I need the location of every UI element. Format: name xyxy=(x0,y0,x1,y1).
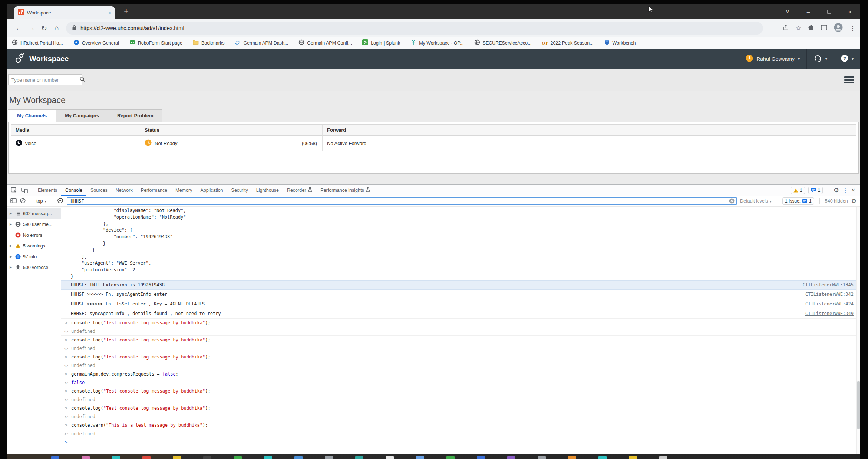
lock-icon[interactable] xyxy=(72,25,77,32)
browser-menu-icon[interactable]: ⋮ xyxy=(849,24,856,32)
taskbar-icon[interactable] xyxy=(568,456,576,459)
reload-icon[interactable]: ↻ xyxy=(38,24,50,33)
taskbar-icon[interactable] xyxy=(234,456,242,459)
devtools-tab-network[interactable]: Network xyxy=(112,185,137,196)
taskbar-icon[interactable] xyxy=(355,456,363,459)
live-expression-icon[interactable] xyxy=(57,198,63,205)
taskbar-icon[interactable] xyxy=(264,456,272,459)
bookmark-item[interactable]: Bookmarks xyxy=(193,39,225,47)
taskbar-icon[interactable] xyxy=(538,456,546,459)
bookmark-item[interactable]: Login | Splunk xyxy=(362,39,400,47)
profile-avatar[interactable] xyxy=(834,23,843,33)
share-icon[interactable] xyxy=(782,24,789,32)
expand-arrow-icon[interactable]: ▶ xyxy=(9,223,13,226)
browser-tab[interactable]: Workspace × xyxy=(14,6,115,19)
bookmark-item[interactable]: My Workspace - OP... xyxy=(410,39,463,47)
devtools-tab-application[interactable]: Application xyxy=(196,185,227,196)
agent-menu[interactable]: ▾ xyxy=(806,49,834,69)
devtools-menu-icon[interactable]: ⋮ xyxy=(842,187,848,193)
devtools-tab-performance-insights[interactable]: Performance insights xyxy=(316,185,374,196)
bookmark-item[interactable]: Overview General xyxy=(73,39,119,47)
side-panel-icon[interactable] xyxy=(821,25,827,32)
tab-report-problem[interactable]: Report Problem xyxy=(108,109,163,122)
context-selector[interactable]: top▾ xyxy=(36,199,46,204)
devtools-tab-console[interactable]: Console xyxy=(61,185,86,196)
sidebar-item-user[interactable]: ▶590 user me... xyxy=(7,219,61,230)
taskbar-icon[interactable] xyxy=(507,456,515,459)
taskbar-icon[interactable] xyxy=(51,456,59,459)
devtools-tab-performance[interactable]: Performance xyxy=(137,185,172,196)
taskbar-icon[interactable] xyxy=(416,456,424,459)
taskbar-icon[interactable] xyxy=(446,456,455,459)
devtools-settings-icon[interactable]: ⚙ xyxy=(834,187,839,193)
source-link[interactable]: CTIListenerWWE:349 xyxy=(805,309,854,318)
bookmark-item[interactable]: Germain APM Dash... xyxy=(235,39,288,47)
maximize-button[interactable] xyxy=(819,4,839,19)
search-input[interactable] xyxy=(9,77,80,83)
console-settings-icon[interactable]: ⚙ xyxy=(851,198,857,204)
back-icon[interactable]: ← xyxy=(13,24,25,32)
tab-my-channels[interactable]: My Channels xyxy=(8,109,56,122)
clear-console-icon[interactable] xyxy=(20,198,26,205)
taskbar-icon[interactable] xyxy=(203,456,211,459)
sidebar-item-bug[interactable]: ▶500 verbose xyxy=(7,262,61,273)
sidebar-item-warning[interactable]: ▶5 warnings xyxy=(7,240,61,251)
user-menu[interactable]: Rahul Goswamy ▾ xyxy=(739,49,806,69)
taskbar-icon[interactable] xyxy=(598,456,607,459)
close-button[interactable]: × xyxy=(839,4,860,19)
console-sidebar-toggle-icon[interactable] xyxy=(10,198,17,205)
taskbar-icon[interactable] xyxy=(477,456,485,459)
taskbar-icon[interactable] xyxy=(294,456,303,459)
tab-my-campaigns[interactable]: My Campaigns xyxy=(56,109,108,122)
taskbar-icon[interactable] xyxy=(112,456,120,459)
console-prompt[interactable]: > xyxy=(61,438,860,447)
taskbar-icon[interactable] xyxy=(325,456,333,459)
bookmark-item[interactable]: Germain APM Confi... xyxy=(298,39,352,47)
taskbar-icon[interactable] xyxy=(82,456,90,459)
tab-close-icon[interactable]: × xyxy=(108,10,111,16)
devtools-tab-recorder[interactable]: Recorder xyxy=(283,185,316,196)
help-menu[interactable]: ? ▾ xyxy=(834,49,860,69)
taskbar-icon[interactable] xyxy=(173,456,181,459)
log-levels-dropdown[interactable]: Default levels▾ xyxy=(740,199,772,204)
bookmark-item[interactable]: QT2022 Peak Season... xyxy=(542,40,594,46)
device-toolbar-icon[interactable] xyxy=(19,187,30,193)
scrollbar-thumb[interactable] xyxy=(857,381,860,429)
devtools-tab-lighthouse[interactable]: Lighthouse xyxy=(252,185,283,196)
inspect-element-icon[interactable] xyxy=(9,187,19,194)
devtools-tab-elements[interactable]: Elements xyxy=(34,185,61,196)
issues-counter[interactable]: 1 Issue: 1 xyxy=(782,197,814,205)
address-bar[interactable]: https://cl2-wwe.uhc.com/ui/ad/v1/index.h… xyxy=(66,22,763,35)
devtools-tab-memory[interactable]: Memory xyxy=(171,185,196,196)
filter-input[interactable] xyxy=(67,199,736,204)
minimize-button[interactable]: – xyxy=(798,4,819,19)
forward-icon[interactable]: → xyxy=(25,24,38,32)
sidebar-item-info[interactable]: ▶97 info xyxy=(7,251,61,262)
source-link[interactable]: CTIListenerWWE:1345 xyxy=(803,281,854,290)
hamburger-menu-icon[interactable] xyxy=(844,76,854,83)
expand-arrow-icon[interactable]: ▶ xyxy=(9,244,13,247)
tab-search-icon[interactable]: ∨ xyxy=(777,4,798,19)
extensions-icon[interactable] xyxy=(808,24,814,32)
bookmark-item[interactable]: Workbench xyxy=(604,39,636,47)
warnings-badge[interactable]: 1 xyxy=(791,187,805,194)
table-row[interactable]: voiceNot Ready(06:58)No Active Forward xyxy=(11,136,856,151)
bookmark-item[interactable]: SECUREServiceAcco... xyxy=(474,39,532,47)
home-icon[interactable]: ⌂ xyxy=(50,24,63,32)
taskbar-icon[interactable] xyxy=(629,456,637,459)
console-scrollbar[interactable] xyxy=(856,207,860,454)
bookmark-star-icon[interactable]: ☆ xyxy=(796,24,801,32)
bookmark-item[interactable]: RoboForm Start page xyxy=(129,39,182,47)
devtools-tab-security[interactable]: Security xyxy=(227,185,252,196)
devtools-tab-sources[interactable]: Sources xyxy=(86,185,112,196)
clear-filter-icon[interactable] xyxy=(729,198,735,205)
expand-arrow-icon[interactable]: ▶ xyxy=(9,212,13,215)
taskbar-icon[interactable] xyxy=(659,456,667,459)
expand-arrow-icon[interactable]: ▶ xyxy=(9,266,13,269)
devtools-close-icon[interactable]: × xyxy=(852,187,855,193)
issues-badge[interactable]: 1 xyxy=(808,187,823,194)
source-link[interactable]: CTIListenerWWE:424 xyxy=(805,299,854,309)
taskbar-icon[interactable] xyxy=(386,456,394,459)
search-icon[interactable] xyxy=(80,76,85,83)
taskbar-icon[interactable] xyxy=(142,456,151,459)
